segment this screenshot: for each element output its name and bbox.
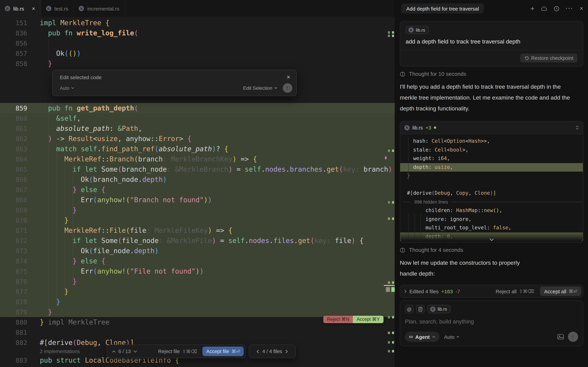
thread-title[interactable]: Add depth field for tree traversal	[401, 3, 484, 14]
hidden-lines-divider[interactable]: 896 hidden lines	[400, 198, 583, 206]
code-editor[interactable]: Rlib.rs×Rtest.rsRincremental.rs 151impl …	[0, 0, 395, 367]
code-line[interactable]: 868 Err(anyhow!("Branch not found"))	[0, 195, 395, 205]
edit-selected-code-dialog: Edit selected code × Auto Edit Selection…	[52, 70, 297, 96]
chevron-down-icon	[274, 87, 277, 89]
code-line[interactable]: 875 Err(anyhow!("File not found"))	[0, 266, 395, 276]
submit-edit-button[interactable]: ↑	[283, 83, 292, 93]
mention-button[interactable]: @	[405, 305, 414, 313]
code-line[interactable]: 865 if let Some(branch_node: &MerkleBran…	[0, 164, 395, 174]
line-number: 880	[0, 317, 27, 327]
edit-selection-dropdown[interactable]: Edit Selection ↑	[243, 83, 292, 93]
code-line[interactable]: 863 match self.find_path_ref(absolute_pa…	[0, 144, 395, 154]
code-line[interactable]: 866 Ok(branch_node.depth)	[0, 174, 395, 184]
code-line[interactable]: 836 pub fn write_log_file(	[0, 28, 395, 38]
agent-mode-selector[interactable]: ∞ Agent	[405, 332, 439, 342]
reject-all-button[interactable]: Reject all ⇧⌘⌫	[496, 288, 534, 294]
scroll-down-icon[interactable]	[489, 238, 494, 241]
rust-file-icon: R	[408, 27, 414, 33]
chevron-up-icon[interactable]	[112, 350, 116, 352]
code-line[interactable]: 878 }	[0, 297, 395, 307]
close-tab-icon[interactable]: ×	[32, 6, 35, 11]
close-icon[interactable]: ×	[287, 74, 290, 81]
code-line[interactable]: 856	[0, 38, 395, 48]
code-line[interactable]: 879 }	[0, 307, 395, 317]
message-composer[interactable]: @ R lib.rs Plan, search, build anything …	[400, 300, 583, 346]
code-line[interactable]: 867 } else {	[0, 184, 395, 195]
assistant-text: I'll help you add a depth field to track…	[400, 82, 572, 114]
reject-hunk-button[interactable]: Reject ⌘N	[323, 316, 353, 323]
code-line[interactable]: 864 MerkleRef::Branch(branch: MerkleBran…	[0, 154, 395, 164]
code-line[interactable]: 871 MerkleRef::File(file: MerkleFileKey)…	[0, 225, 395, 235]
new-thread-icon[interactable]: +	[530, 5, 534, 12]
line-number: 874	[0, 256, 27, 266]
code-line[interactable]: 873 Ok(file_node.depth)	[0, 246, 395, 256]
code-line[interactable]: 869 }	[0, 205, 395, 215]
rules-button[interactable]	[416, 305, 425, 313]
model-selector[interactable]: Auto	[444, 334, 459, 340]
chevron-right-icon[interactable]	[404, 289, 407, 293]
line-number: 864	[0, 154, 27, 164]
diff-card-header[interactable]: R lib.rs +3	[400, 121, 583, 134]
line-number: 877	[0, 286, 27, 297]
edited-files-label[interactable]: Edited 4 files	[409, 288, 439, 294]
indent-guide	[65, 154, 65, 297]
added-lines-badge: +3	[425, 125, 431, 130]
reject-file-button[interactable]: Reject file ⇧⌘⌫	[158, 349, 197, 354]
diff-mark	[388, 281, 390, 284]
tab-incremental.rs[interactable]: Rincremental.rs	[74, 0, 125, 17]
assistant-text: Now let me update the constructors to pr…	[400, 258, 536, 279]
expand-icon[interactable]	[576, 125, 579, 130]
file-context-chip[interactable]: R lib.rs	[427, 305, 451, 313]
model-selector[interactable]: Auto	[60, 85, 74, 91]
code-line[interactable]: 861 absolute_path: &Path,	[0, 123, 395, 133]
history-icon[interactable]	[553, 6, 559, 11]
code-line[interactable]: 872 if let Some(file_node: &MerkleFile) …	[0, 235, 395, 246]
composer-placeholder[interactable]: Plan, search, build anything	[405, 318, 578, 325]
cloud-icon[interactable]	[541, 6, 547, 11]
diff-code-line: children: HashMap::new(),	[400, 206, 583, 215]
line-number: 873	[0, 246, 27, 256]
line-number: 863	[0, 144, 27, 154]
chevron-right-icon[interactable]	[285, 350, 288, 353]
thought-row[interactable]: Thought for 10 seconds	[400, 71, 583, 77]
diff-mark	[388, 316, 390, 318]
code-line[interactable]: 860 &self,	[0, 113, 395, 123]
panel-header: Add depth field for tree traversal + ···…	[400, 0, 583, 17]
edited-files-bar: Edited 4 files +163 -7 Reject all ⇧⌘⌫ Ac…	[400, 285, 583, 298]
code-line[interactable]: 874 } else {	[0, 256, 395, 266]
file-context-chip[interactable]: R lib.rs	[406, 26, 429, 34]
code-line[interactable]: 858 }	[0, 58, 395, 69]
thought-row[interactable]: Thought for 4 seconds	[400, 247, 583, 253]
chevron-left-icon[interactable]	[257, 350, 259, 353]
attach-image-icon[interactable]	[557, 334, 564, 340]
chevron-down-icon	[71, 87, 74, 89]
close-panel-icon[interactable]: ×	[580, 5, 583, 12]
code-line[interactable]: 857 Ok(())	[0, 48, 395, 58]
chevron-up-icon	[456, 336, 459, 338]
code-line[interactable]: 877 }	[0, 286, 395, 297]
tab-label: test.rs	[54, 6, 68, 11]
code-line[interactable]: 859 pub fn get_path_depth(	[0, 103, 395, 113]
code-line[interactable]: 876 }	[0, 276, 395, 286]
accept-all-button[interactable]: Accept all ⌘⏎	[540, 286, 581, 296]
diff-code-card: R lib.rs +3 hash: Cell<Option<Hash>>, st…	[400, 121, 583, 243]
code-line[interactable]: 881	[0, 327, 395, 337]
restore-checkpoint-button[interactable]: Restore checkpoint	[520, 54, 578, 63]
code-line[interactable]: 151impl MerkleTree {	[0, 18, 395, 28]
more-options-icon[interactable]: ···	[566, 5, 573, 12]
accept-hunk-button[interactable]: Accept ⌘Y	[353, 316, 383, 323]
rust-file-icon: R	[79, 6, 84, 11]
line-number: 861	[0, 123, 27, 133]
chevron-down-icon[interactable]	[134, 350, 137, 352]
hunk-navigation-bar: 6 / 13 Reject file ⇧⌘⌫ Accept file ⌘⏎	[107, 345, 246, 358]
accept-file-button[interactable]: Accept file ⌘⏎	[203, 347, 244, 356]
code-line[interactable]: 862 ) -> Result<usize, anyhow::Error> {	[0, 133, 395, 144]
line-number: 875	[0, 266, 27, 276]
code-line[interactable]: 870 }	[0, 215, 395, 225]
rust-file-icon: R	[404, 125, 410, 130]
tab-test.rs[interactable]: Rtest.rs	[41, 0, 74, 17]
unsaved-dot	[434, 126, 436, 129]
tab-lib.rs[interactable]: Rlib.rs×	[0, 0, 41, 17]
send-button[interactable]: ↑	[568, 332, 578, 342]
brain-icon	[400, 72, 406, 77]
